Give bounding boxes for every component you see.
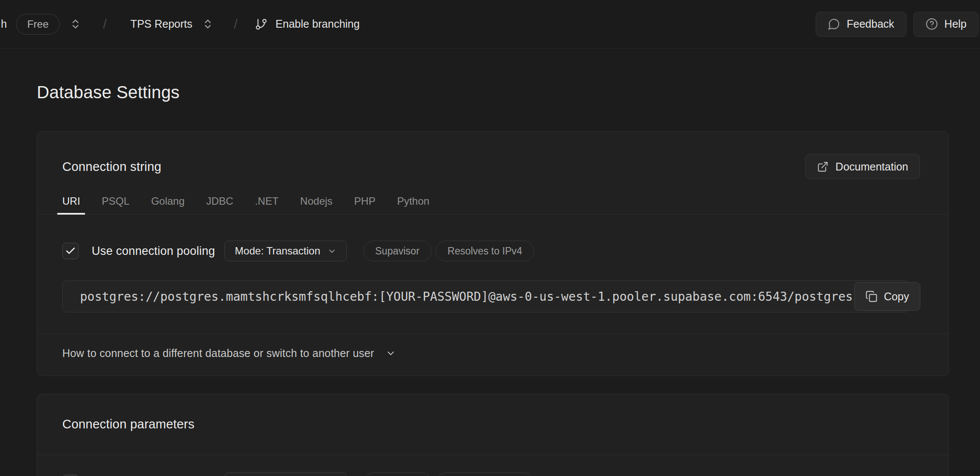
- org-name-fragment[interactable]: h: [1, 18, 7, 30]
- enable-branching-label: Enable branching: [275, 18, 360, 30]
- ipv4-badge: Resolves to IPv4: [436, 473, 535, 476]
- breadcrumb-separator: /: [103, 17, 106, 32]
- tab-dotnet[interactable]: .NET: [255, 195, 279, 208]
- ipv4-badge: Resolves to IPv4: [436, 241, 535, 261]
- plan-badge[interactable]: Free: [16, 14, 60, 35]
- help-button[interactable]: Help: [913, 12, 979, 37]
- breadcrumb-separator: /: [234, 17, 237, 32]
- connection-string-title: Connection string: [62, 159, 161, 174]
- top-bar: h Free / TPS Reports / Enable branching …: [0, 0, 980, 48]
- tab-nodejs[interactable]: Nodejs: [300, 195, 333, 208]
- feedback-button[interactable]: Feedback: [816, 12, 906, 37]
- tab-jdbc[interactable]: JDBC: [206, 195, 234, 208]
- chevrons-up-down-icon[interactable]: [70, 18, 81, 30]
- help-label: Help: [945, 18, 967, 30]
- check-icon: [65, 245, 76, 257]
- app-window: h Free / TPS Reports / Enable branching …: [0, 0, 980, 476]
- project-selector[interactable]: TPS Reports: [131, 18, 192, 30]
- documentation-label: Documentation: [836, 161, 908, 173]
- documentation-button[interactable]: Documentation: [805, 154, 920, 179]
- connection-string-input[interactable]: [62, 280, 909, 312]
- pooling-label: Use connection pooling: [92, 244, 215, 258]
- chevron-down-icon: [327, 247, 336, 256]
- language-tabs: URI PSQL Golang JDBC .NET Nodejs PHP Pyt…: [37, 195, 948, 215]
- chevrons-up-down-icon[interactable]: [202, 18, 214, 30]
- feedback-label: Feedback: [847, 18, 894, 30]
- card-header: Connection parameters: [37, 394, 948, 431]
- tab-python[interactable]: Python: [397, 195, 429, 208]
- copy-icon: [865, 290, 878, 302]
- pooling-mode-dropdown[interactable]: Mode: Transaction: [224, 241, 346, 261]
- connect-help-accordion[interactable]: How to connect to a different database o…: [37, 334, 948, 376]
- connection-parameters-title: Connection parameters: [62, 417, 195, 431]
- connection-parameters-card: Connection parameters Use connection poo…: [37, 394, 949, 476]
- copy-label: Copy: [884, 290, 909, 303]
- supavisor-badge: Supavisor: [363, 473, 432, 476]
- pooling-checkbox[interactable]: [62, 243, 79, 259]
- tab-psql[interactable]: PSQL: [102, 195, 129, 208]
- git-branch-icon: [255, 18, 268, 31]
- tab-uri[interactable]: URI: [62, 195, 80, 208]
- enable-branching-button[interactable]: Enable branching: [255, 18, 360, 31]
- pooling-row: Use connection pooling Mode: Transaction…: [62, 241, 923, 261]
- pooling-row: Use connection pooling Mode: Transaction…: [62, 473, 923, 476]
- pooling-mode-dropdown[interactable]: Mode: Transaction: [224, 473, 346, 476]
- pooling-mode-value: Mode: Transaction: [235, 245, 320, 257]
- tab-golang[interactable]: Golang: [151, 195, 184, 208]
- connect-help-label: How to connect to a different database o…: [62, 347, 374, 360]
- divider: [37, 455, 948, 455]
- supavisor-badge: Supavisor: [363, 241, 432, 261]
- copy-button[interactable]: Copy: [854, 282, 920, 311]
- chevron-down-icon: [385, 348, 396, 359]
- help-circle-icon: [926, 18, 938, 30]
- main-content: Database Settings Connection string Docu…: [0, 82, 980, 476]
- card-header: Connection string Documentation: [37, 132, 948, 179]
- connection-string-field: Copy: [62, 280, 909, 312]
- tab-php[interactable]: PHP: [354, 195, 375, 208]
- external-link-icon: [817, 161, 829, 173]
- message-circle-icon: [828, 18, 840, 30]
- connection-string-card: Connection string Documentation URI PSQL…: [37, 131, 949, 376]
- page-title: Database Settings: [37, 82, 949, 103]
